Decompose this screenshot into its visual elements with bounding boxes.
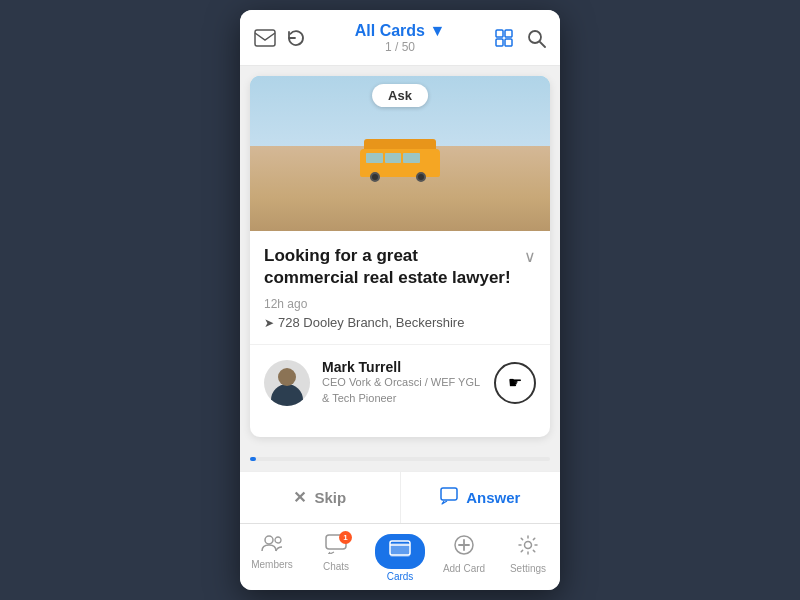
svg-point-17	[525, 542, 532, 549]
svg-line-6	[540, 42, 545, 47]
svg-rect-3	[496, 39, 503, 46]
answer-icon	[440, 487, 458, 508]
inbox-button[interactable]	[254, 29, 276, 47]
header-right	[494, 28, 546, 48]
nav-members-label: Members	[251, 559, 293, 570]
card: Ask Looking for a great commercial real …	[250, 76, 550, 437]
members-icon	[261, 534, 283, 557]
location-text: 728 Dooley Branch, Beckershire	[278, 315, 464, 330]
skip-label: Skip	[314, 489, 346, 506]
card-body: Looking for a great commercial real esta…	[250, 231, 550, 437]
nav-settings-label: Settings	[510, 563, 546, 574]
header-title[interactable]: All Cards ▼	[306, 22, 494, 40]
action-row: ✕ Skip Answer	[240, 471, 560, 523]
chat-badge: 1	[339, 531, 352, 544]
card-location: ➤ 728 Dooley Branch, Beckershire	[264, 315, 536, 330]
nav-settings[interactable]: Settings	[496, 530, 560, 586]
skip-icon: ✕	[293, 488, 306, 507]
progress-bar	[250, 457, 256, 461]
nav-cards[interactable]: Cards	[368, 530, 432, 586]
svg-rect-0	[255, 30, 275, 46]
nav-add-card[interactable]: Add Card	[432, 530, 496, 586]
svg-point-5	[529, 31, 541, 43]
header: All Cards ▼ 1 / 50	[240, 10, 560, 66]
profile-title: CEO Vork & Orcasci / WEF YGL & Tech Pion…	[322, 375, 482, 406]
svg-rect-7	[441, 488, 457, 500]
location-icon: ➤	[264, 316, 274, 330]
nav-members[interactable]: Members	[240, 530, 304, 586]
svg-point-9	[275, 537, 281, 543]
nav-add-card-label: Add Card	[443, 563, 485, 574]
cards-icon	[389, 540, 411, 562]
cursor-icon: ☛	[508, 373, 522, 392]
cards-active-bg	[375, 534, 425, 569]
main-content: Ask Looking for a great commercial real …	[240, 66, 560, 471]
svg-point-8	[265, 536, 273, 544]
nav-chats-label: Chats	[323, 561, 349, 572]
avatar	[264, 360, 310, 406]
nav-cards-label: Cards	[387, 571, 414, 582]
bus-wheel-left	[370, 172, 380, 182]
settings-icon	[517, 534, 539, 561]
add-card-icon	[453, 534, 475, 561]
progress-bar-container	[250, 457, 550, 461]
avatar-head	[278, 368, 296, 386]
card-title: Looking for a great commercial real esta…	[264, 245, 524, 289]
card-image: Ask	[250, 76, 550, 231]
answer-button[interactable]: Answer	[400, 472, 561, 523]
avatar-suit	[271, 384, 303, 406]
bus-windows	[366, 153, 420, 163]
header-center: All Cards ▼ 1 / 50	[306, 22, 494, 54]
profile-row: Mark Turrell CEO Vork & Orcasci / WEF YG…	[264, 359, 536, 406]
nav-chats[interactable]: 1 Chats	[304, 530, 368, 586]
svg-rect-1	[496, 30, 503, 37]
bus-wheel-right	[416, 172, 426, 182]
card-title-row: Looking for a great commercial real esta…	[264, 245, 536, 289]
svg-rect-2	[505, 30, 512, 37]
bottom-nav: Members 1 Chats	[240, 523, 560, 590]
search-button[interactable]	[526, 28, 546, 48]
ask-button[interactable]: Ask	[372, 84, 428, 107]
chats-icon: 1	[325, 534, 347, 559]
phone-frame: All Cards ▼ 1 / 50	[240, 10, 560, 590]
skip-button[interactable]: ✕ Skip	[240, 472, 400, 523]
bus-illustration	[360, 141, 440, 177]
refresh-button[interactable]	[286, 28, 306, 48]
svg-rect-4	[505, 39, 512, 46]
profile-info: Mark Turrell CEO Vork & Orcasci / WEF YG…	[322, 359, 482, 406]
connect-button[interactable]: ☛	[494, 362, 536, 404]
card-divider	[250, 344, 550, 345]
header-left	[254, 28, 306, 48]
chevron-down-icon[interactable]: ∨	[524, 247, 536, 266]
header-subtitle: 1 / 50	[306, 40, 494, 54]
grid-view-button[interactable]	[494, 28, 514, 48]
profile-name: Mark Turrell	[322, 359, 482, 375]
card-timestamp: 12h ago	[264, 297, 536, 311]
answer-label: Answer	[466, 489, 520, 506]
